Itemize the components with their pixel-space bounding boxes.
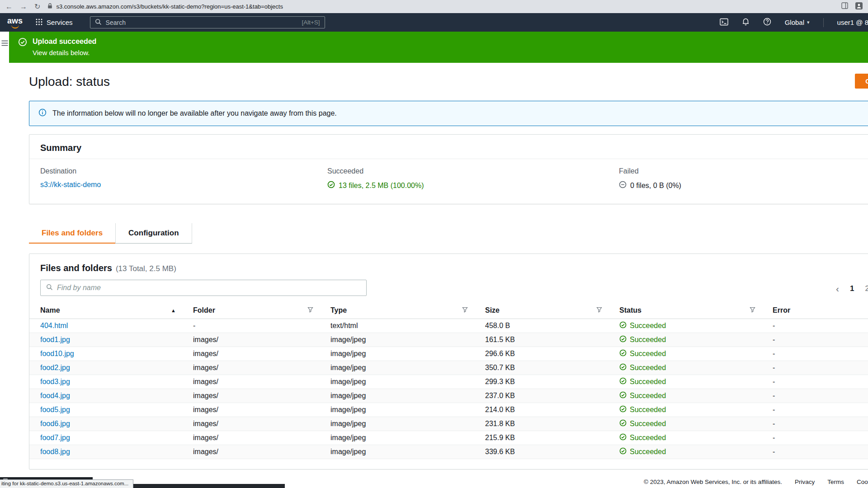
- browser-profile-icon[interactable]: [855, 2, 863, 11]
- file-status-label: Succeeded: [630, 378, 666, 386]
- file-name-link[interactable]: food6.jpg: [40, 420, 70, 427]
- page-title: Upload: status: [29, 75, 868, 89]
- nav-divider: [823, 18, 824, 27]
- file-type: image/jpeg: [325, 347, 480, 361]
- search-shortcut: [Alt+S]: [302, 19, 320, 26]
- chevron-down-icon: ▾: [807, 19, 810, 25]
- address-bar[interactable]: s3.console.aws.amazon.com/s3/buckets/kk-…: [47, 3, 283, 10]
- help-icon: [763, 18, 771, 27]
- summary-heading: Summary: [40, 143, 868, 153]
- file-status-label: Succeeded: [630, 350, 666, 358]
- file-name-link[interactable]: food1.jpg: [40, 336, 70, 343]
- files-table-body: 404.html - text/html 458.0 B Succeeded -…: [29, 319, 868, 459]
- footer-link-cookies[interactable]: Cookie preferences: [857, 479, 868, 485]
- console-search-input[interactable]: [106, 19, 298, 26]
- succeeded-check-icon: [619, 321, 627, 330]
- file-status-label: Succeeded: [630, 420, 666, 428]
- file-folder: images/: [188, 375, 325, 389]
- cloudshell-button[interactable]: [720, 18, 728, 27]
- footer-link-privacy[interactable]: Privacy: [795, 479, 815, 485]
- pagination-page-2[interactable]: 2: [865, 284, 868, 293]
- navbar-utilities: Global ▾ user1 @ 8418: [720, 18, 868, 27]
- file-size: 215.9 KB: [480, 431, 614, 445]
- file-name-link[interactable]: food8.jpg: [40, 448, 70, 455]
- hamburger-menu-button[interactable]: [1, 40, 8, 48]
- file-name-link[interactable]: food4.jpg: [40, 392, 70, 399]
- succeeded-check-icon: [619, 363, 627, 372]
- region-selector[interactable]: Global ▾: [785, 19, 810, 26]
- file-error: -: [767, 403, 868, 417]
- files-table: Name ▲ Folder Type: [29, 302, 868, 459]
- file-folder: images/: [188, 417, 325, 431]
- files-panel-count: (13 Total, 2.5 MB): [116, 264, 176, 273]
- pagination-page-1[interactable]: 1: [850, 284, 854, 293]
- console-body: Upload succeeded View details below. Upl…: [0, 32, 868, 488]
- sort-ascending-icon[interactable]: ▲: [171, 308, 176, 313]
- close-button[interactable]: Close: [855, 74, 868, 89]
- table-row: food7.jpg images/ image/jpeg 215.9 KB Su…: [29, 431, 868, 445]
- succeeded-check-icon: [327, 181, 335, 190]
- table-row: 404.html - text/html 458.0 B Succeeded -: [29, 319, 868, 333]
- main-content: Upload: status Close The information bel…: [29, 63, 868, 469]
- column-header-folder[interactable]: Folder: [188, 302, 325, 319]
- column-header-type[interactable]: Type: [325, 302, 480, 319]
- file-size: 237.0 KB: [480, 389, 614, 403]
- file-name-link[interactable]: 404.html: [40, 322, 68, 329]
- sidebar-strip: [0, 32, 9, 488]
- column-header-status[interactable]: Status: [614, 302, 767, 319]
- browser-back-icon[interactable]: ←: [5, 3, 13, 10]
- summary-panel: Summary Destination s3://kk-static-demo …: [29, 134, 868, 204]
- tab-configuration[interactable]: Configuration: [115, 223, 192, 244]
- browser-reload-icon[interactable]: ↻: [34, 3, 40, 10]
- flashbar-subtitle: View details below.: [33, 49, 96, 56]
- filter-funnel-icon[interactable]: [750, 306, 755, 314]
- filter-funnel-icon[interactable]: [596, 306, 602, 314]
- help-button[interactable]: [763, 18, 771, 27]
- flashbar-title: Upload succeeded: [33, 38, 96, 46]
- column-header-size[interactable]: Size: [480, 302, 614, 319]
- files-panel-title: Files and folders: [40, 263, 112, 273]
- find-search-icon: [46, 284, 53, 292]
- filter-funnel-icon[interactable]: [462, 306, 468, 314]
- failed-text: 0 files, 0 B (0%): [630, 182, 681, 190]
- hamburger-icon: [1, 40, 8, 46]
- column-header-name[interactable]: Name ▲: [29, 302, 188, 319]
- browser-forward-icon[interactable]: →: [20, 3, 27, 10]
- file-name-link[interactable]: food5.jpg: [40, 406, 70, 413]
- table-row: food2.jpg images/ image/jpeg 350.7 KB Su…: [29, 361, 868, 375]
- file-size: 296.6 KB: [480, 347, 614, 361]
- aws-logo[interactable]: aws: [7, 17, 23, 28]
- table-row: food8.jpg images/ image/jpeg 339.6 KB Su…: [29, 445, 868, 459]
- file-name-link[interactable]: food10.jpg: [40, 350, 74, 357]
- file-error: -: [767, 319, 868, 333]
- find-by-name[interactable]: [40, 280, 367, 296]
- file-name-link[interactable]: food2.jpg: [40, 364, 70, 371]
- console-search[interactable]: [Alt+S]: [90, 16, 325, 28]
- destination-link[interactable]: s3://kk-static-demo: [40, 181, 101, 188]
- browser-sidepanel-icon[interactable]: [841, 2, 848, 11]
- succeeded-check-icon: [619, 335, 627, 344]
- column-header-error[interactable]: Error: [767, 302, 868, 319]
- file-status-label: Succeeded: [630, 392, 666, 400]
- file-type: image/jpeg: [325, 375, 480, 389]
- bell-icon: [742, 18, 750, 27]
- region-label: Global: [785, 19, 804, 26]
- filter-funnel-icon[interactable]: [307, 306, 313, 314]
- file-folder: images/: [188, 389, 325, 403]
- destination-label: Destination: [40, 167, 327, 175]
- file-size: 231.8 KB: [480, 417, 614, 431]
- succeeded-value: 13 files, 2.5 MB (100.00%): [327, 181, 619, 190]
- tab-files-and-folders[interactable]: Files and folders: [29, 223, 115, 244]
- services-menu[interactable]: Services: [30, 13, 78, 32]
- find-by-name-input[interactable]: [57, 284, 361, 292]
- file-name-link[interactable]: food3.jpg: [40, 378, 70, 385]
- browser-controls: [841, 2, 863, 11]
- account-menu[interactable]: user1 @ 8418: [837, 19, 868, 26]
- tabs: Files and folders Configuration: [29, 223, 192, 244]
- notifications-button[interactable]: [742, 18, 750, 27]
- footer-link-terms[interactable]: Terms: [827, 479, 844, 485]
- file-error: -: [767, 361, 868, 375]
- file-name-link[interactable]: food7.jpg: [40, 434, 70, 441]
- pagination-prev[interactable]: ‹: [836, 283, 839, 294]
- succeeded-check-icon: [619, 433, 627, 442]
